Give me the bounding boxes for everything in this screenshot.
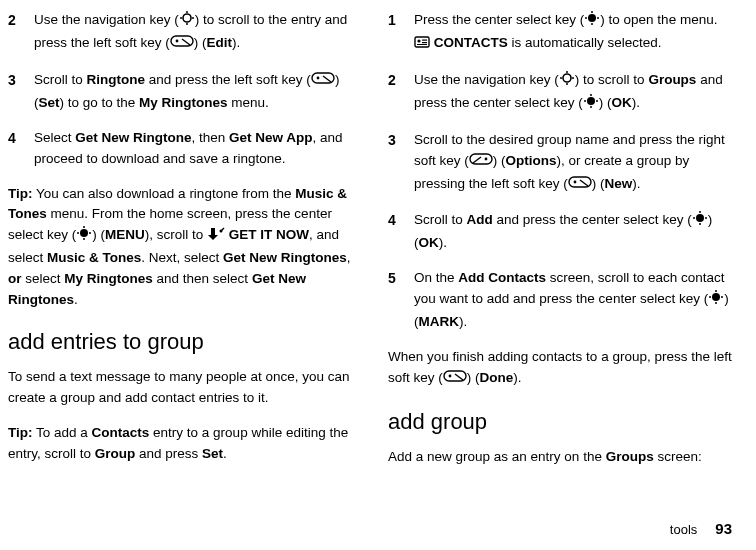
- or-text: or: [8, 271, 22, 286]
- group-label: Group: [95, 446, 136, 461]
- text: . Next, select: [141, 250, 223, 265]
- contacts-label: CONTACTS: [434, 35, 508, 50]
- text: is automatically selected.: [508, 35, 662, 50]
- groups-label: Groups: [648, 72, 696, 87]
- step-number: 1: [388, 10, 414, 56]
- right-step-3: 3 Scroll to the desired group name and p…: [388, 130, 732, 197]
- text: ).: [632, 176, 640, 191]
- get-new-ringtone-label: Get New Ringtone: [75, 130, 191, 145]
- text: On the: [414, 270, 458, 285]
- center-select-icon: [584, 10, 600, 33]
- text: and press: [135, 446, 202, 461]
- left-soft-key-icon: [170, 33, 194, 56]
- right-step-2: 2 Use the navigation key () to scroll to…: [388, 70, 732, 116]
- para-done: When you finish adding contacts to a gro…: [388, 347, 732, 391]
- text: ).: [459, 314, 467, 329]
- page: 2 Use the navigation key () to scroll to…: [0, 0, 756, 550]
- nav-key-icon: [559, 70, 575, 93]
- text: select: [22, 271, 65, 286]
- text: ) (: [493, 153, 506, 168]
- step-number: 2: [388, 70, 414, 116]
- edit-label: Edit: [207, 35, 233, 50]
- text: ) to open the menu.: [600, 12, 717, 27]
- heading-add-entries: add entries to group: [8, 325, 352, 359]
- text: and press the left soft key (: [145, 72, 311, 87]
- nav-key-icon: [179, 10, 195, 33]
- text: ).: [232, 35, 240, 50]
- text: ).: [632, 95, 640, 110]
- text: ,: [347, 250, 351, 265]
- get-it-now-icon: [207, 227, 225, 248]
- center-select-icon: [708, 289, 724, 312]
- text: Select: [34, 130, 75, 145]
- text: and press the center select key (: [493, 212, 692, 227]
- text: ), scroll to: [145, 227, 207, 242]
- text: Use the navigation key (: [414, 72, 559, 87]
- text: Add a new group as an entry on the: [388, 449, 606, 464]
- left-step-3: 3 Scroll to Ringtone and press the left …: [8, 70, 352, 114]
- my-ringtones-label: My Ringtones: [139, 95, 228, 110]
- center-select-icon: [76, 225, 92, 248]
- text: ) (: [467, 370, 480, 385]
- step-body: Scroll to the desired group name and pre…: [414, 130, 732, 197]
- groups-label: Groups: [606, 449, 654, 464]
- tip-ringtone: Tip: You can also download a ringtone fr…: [8, 184, 352, 312]
- add-label: Add: [467, 212, 493, 227]
- step-body: Scroll to Ringtone and press the left so…: [34, 70, 352, 114]
- text: ) (: [592, 176, 605, 191]
- text: ) (: [194, 35, 207, 50]
- set-label: Set: [202, 446, 223, 461]
- text: You can also download a ringtone from th…: [33, 186, 296, 201]
- ringtone-label: Ringtone: [87, 72, 146, 87]
- step-body: Use the navigation key () to scroll to t…: [34, 10, 352, 56]
- center-select-icon: [583, 93, 599, 116]
- text: ) to scroll to: [575, 72, 649, 87]
- text: ).: [513, 370, 521, 385]
- done-label: Done: [480, 370, 514, 385]
- music-tones-label: Music & Tones: [47, 250, 141, 265]
- step-number: 3: [388, 130, 414, 197]
- left-step-4: 4 Select Get New Ringtone, then Get New …: [8, 128, 352, 170]
- set-label: Set: [39, 95, 60, 110]
- para-group-intro: To send a text message to many people at…: [8, 367, 352, 409]
- text: ) (: [92, 227, 105, 242]
- left-soft-key-icon: [311, 70, 335, 93]
- step-number: 4: [8, 128, 34, 170]
- text: ) to go to the: [60, 95, 140, 110]
- add-contacts-label: Add Contacts: [458, 270, 546, 285]
- page-footer: tools93: [670, 517, 732, 540]
- tip-label: Tip:: [8, 186, 33, 201]
- step-body: Use the navigation key () to scroll to G…: [414, 70, 732, 116]
- step-number: 3: [8, 70, 34, 114]
- text: To add a: [33, 425, 92, 440]
- page-number: 93: [715, 520, 732, 537]
- heading-add-group: add group: [388, 405, 732, 439]
- right-step-1: 1 Press the center select key () to open…: [388, 10, 732, 56]
- get-new-ringtones-label: Get New Ringtones: [223, 250, 347, 265]
- center-select-icon: [692, 210, 708, 233]
- step-body: Select Get New Ringtone, then Get New Ap…: [34, 128, 352, 170]
- right-soft-key-icon: [469, 151, 493, 174]
- contacts-card-icon: [414, 35, 430, 56]
- step-body: Scroll to Add and press the center selec…: [414, 210, 732, 254]
- text: and then select: [153, 271, 252, 286]
- step-body: Press the center select key () to open t…: [414, 10, 732, 56]
- tip-add-contacts: Tip: To add a Contacts entry to a group …: [8, 423, 352, 465]
- new-label: New: [605, 176, 633, 191]
- step-number: 5: [388, 268, 414, 333]
- text: Scroll to: [414, 212, 467, 227]
- text: Scroll to: [34, 72, 87, 87]
- content-columns: 2 Use the navigation key () to scroll to…: [8, 10, 732, 500]
- right-step-4: 4 Scroll to Add and press the center sel…: [388, 210, 732, 254]
- menu-label: MENU: [105, 227, 145, 242]
- contacts-label: Contacts: [92, 425, 150, 440]
- get-new-app-label: Get New App: [229, 130, 313, 145]
- tip-label: Tip:: [8, 425, 33, 440]
- text: When you finish adding contacts to a gro…: [388, 349, 732, 385]
- get-it-now-label: GET IT NOW: [229, 227, 309, 242]
- text: .: [223, 446, 227, 461]
- right-step-5: 5 On the Add Contacts screen, scroll to …: [388, 268, 732, 333]
- options-label: Options: [506, 153, 557, 168]
- step-number: 4: [388, 210, 414, 254]
- ok-label: OK: [419, 235, 439, 250]
